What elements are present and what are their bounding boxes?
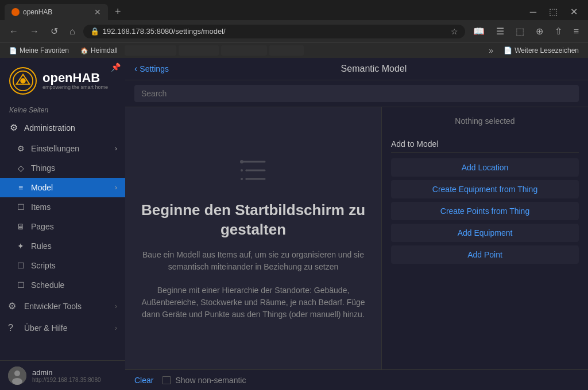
model-empty-icon <box>236 156 270 187</box>
openhab-logo-svg <box>12 70 34 92</box>
sidebar-item-einstellungen[interactable]: ⚙ Einstellungen › <box>0 139 125 158</box>
sidebar-item-model[interactable]: ≡ Model › <box>0 178 125 197</box>
model-icon: ≡ <box>15 183 26 192</box>
user-name: admin <box>32 368 101 377</box>
tab-favicon <box>11 8 20 16</box>
rules-label: Rules <box>31 241 117 251</box>
user-section: admin http://192.168.178.35:8080 <box>0 360 125 390</box>
page-title: Semantic Model <box>169 64 579 74</box>
sidebar-item-developer-tools[interactable]: ⚙ Entwickler Tools › <box>0 295 125 317</box>
further-reading-link[interactable]: 📄 Weitere Lesezeichen <box>499 45 583 56</box>
refresh-button[interactable]: ↺ <box>47 24 61 39</box>
home-bookmark-icon: 🏠 <box>80 47 88 54</box>
active-tab[interactable]: openHAB ✕ <box>5 4 108 20</box>
sidebar-item-items[interactable]: ☐ Items <box>0 197 125 217</box>
about-arrow: › <box>115 324 117 332</box>
add-location-button[interactable]: Add Location <box>391 158 579 177</box>
create-points-from-thing-button[interactable]: Create Points from Thing <box>391 202 579 220</box>
svg-point-2 <box>20 78 26 84</box>
add-point-button[interactable]: Add Point <box>391 245 579 264</box>
sidebar-item-things[interactable]: ◇ Things <box>0 158 125 178</box>
developer-tools-label: Entwickler Tools <box>24 302 82 311</box>
close-window-button[interactable]: ✕ <box>564 4 583 20</box>
nothing-selected-label: Nothing selected <box>382 107 588 135</box>
tab-close-button[interactable]: ✕ <box>94 7 101 17</box>
search-input[interactable] <box>134 85 579 102</box>
pages-label: Pages <box>31 222 117 231</box>
model-empty-state: Beginne den Startbildschirm zu gestalten… <box>125 107 381 369</box>
sidebar-group-header-administration[interactable]: ⚙ Administration <box>0 116 125 139</box>
home-button[interactable]: ⌂ <box>66 24 79 39</box>
address-bar[interactable]: 🔒 ☆ <box>83 25 465 38</box>
about-icon: ? <box>8 323 20 333</box>
new-tab-button[interactable]: + <box>110 3 126 20</box>
collections-button[interactable]: ☰ <box>493 24 508 39</box>
bookmark-blurred-2[interactable] <box>179 45 219 56</box>
reading-folder-icon: 📄 <box>504 46 512 54</box>
rules-icon: ✦ <box>15 241 26 251</box>
top-bar: ‹ Settings Semantic Model <box>125 58 588 80</box>
svg-point-5 <box>12 378 22 385</box>
schedule-icon: ☐ <box>15 280 26 290</box>
reading-view-button[interactable]: 📖 <box>470 24 488 39</box>
einstellungen-label: Einstellungen <box>31 144 115 153</box>
pin-icon[interactable]: 📌 <box>111 63 121 72</box>
bookmark-star-icon[interactable]: ☆ <box>451 27 458 36</box>
sidebar-item-rules[interactable]: ✦ Rules <box>0 236 125 256</box>
tab-title: openHAB <box>23 8 91 16</box>
developer-tools-icon: ⚙ <box>8 301 20 311</box>
tab-bar: openHAB ✕ + ─ ⬚ ✕ <box>0 0 588 20</box>
avatar-svg <box>8 366 26 385</box>
bookmark-heimdall[interactable]: 🏠 Heimdall <box>76 45 122 56</box>
add-ons-button[interactable]: ⊕ <box>532 24 547 39</box>
items-icon: ☐ <box>15 202 26 212</box>
bookmark-blurred-4[interactable] <box>269 45 304 56</box>
back-arrow-icon: ‹ <box>134 64 137 74</box>
bookmark-blurred-1[interactable] <box>125 45 176 56</box>
browser-chrome: openHAB ✕ + ─ ⬚ ✕ ← → ↺ ⌂ 🔒 ☆ 📖 ☰ ⬚ ⊕ ⇧ … <box>0 0 588 58</box>
sidebar-item-schedule[interactable]: ☐ Schedule <box>0 275 125 295</box>
minimize-button[interactable]: ─ <box>524 4 542 20</box>
back-link[interactable]: ‹ Settings <box>134 64 169 74</box>
sidebar-group-administration: ⚙ Administration ⚙ Einstellungen › ◇ Thi… <box>0 116 125 295</box>
einstellungen-icon: ⚙ <box>15 144 26 153</box>
show-semantic-checkbox[interactable] <box>163 376 171 384</box>
sidebar-item-scripts[interactable]: ☐ Scripts <box>0 256 125 275</box>
content-area: Beginne den Startbildschirm zu gestalten… <box>125 107 588 369</box>
show-semantic-control: Show non-semantic <box>163 376 246 385</box>
bookmark-blurred-3[interactable] <box>221 45 267 56</box>
sidebar: openHAB empowering the smart home 📌 Kein… <box>0 58 125 390</box>
about-label: Über & Hilfe <box>24 323 67 333</box>
bookmarks-bar: 📄 Meine Favoriten 🏠 Heimdall » 📄 Weitere… <box>0 42 588 58</box>
security-icon: 🔒 <box>90 27 99 36</box>
split-view-button[interactable]: ⬚ <box>512 24 528 39</box>
share-button[interactable]: ⇧ <box>551 24 566 39</box>
back-button[interactable]: ← <box>6 24 22 39</box>
bookmark-favorites[interactable]: 📄 Meine Favoriten <box>5 45 74 56</box>
things-label: Things <box>31 163 117 173</box>
scripts-label: Scripts <box>31 261 117 270</box>
model-desc1: Baue ein Modell aus Items auf, um sie zu… <box>138 249 368 273</box>
maximize-button[interactable]: ⬚ <box>543 4 563 20</box>
add-equipment-button[interactable]: Add Equipment <box>391 224 579 242</box>
logo-circle <box>9 67 37 95</box>
bookmarks-overflow-button[interactable]: » <box>485 45 497 56</box>
create-equipment-from-thing-button[interactable]: Create Equipment from Thing <box>391 180 579 198</box>
settings-button[interactable]: ≡ <box>570 24 582 39</box>
logo-name: openHAB <box>42 72 108 84</box>
sidebar-item-about[interactable]: ? Über & Hilfe › <box>0 317 125 339</box>
add-to-model-section: Add to Model Add Location Create Equipme… <box>382 135 588 272</box>
model-label: Model <box>31 183 115 192</box>
forward-button[interactable]: → <box>26 24 42 39</box>
model-desc2: Beginne mit einer Hierarchie der Standor… <box>137 284 370 321</box>
schedule-label: Schedule <box>31 280 117 290</box>
sidebar-item-pages[interactable]: 🖥 Pages <box>0 217 125 236</box>
address-input[interactable] <box>103 27 447 36</box>
search-bar <box>125 80 588 107</box>
developer-tools-arrow: › <box>115 302 117 310</box>
bookmark-heimdall-label: Heimdall <box>91 46 118 54</box>
scripts-icon: ☐ <box>15 261 26 270</box>
clear-button[interactable]: Clear <box>134 376 153 385</box>
user-info: admin http://192.168.178.35:8080 <box>32 368 101 383</box>
pages-icon: 🖥 <box>15 222 26 231</box>
